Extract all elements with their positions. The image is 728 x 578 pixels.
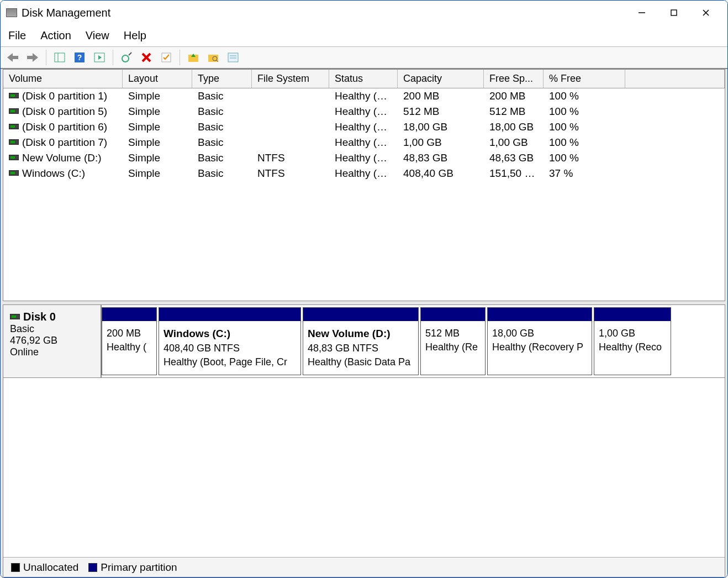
partition-size: 408,40 GB NTFS [163,343,240,354]
partition-title: Windows (C:) [163,328,230,339]
cell: Healthy (R... [329,119,398,135]
cell: 100 % [544,104,625,119]
partition-status: Healthy (Basic Data Pa [308,356,410,367]
legend: Unallocated Primary partition [3,557,725,577]
partition-size: 18,00 GB [492,328,534,339]
content-area: Volume Layout Type File System Status Ca… [1,69,727,577]
cell: Basic [192,166,252,181]
graphical-empty-area [3,378,725,557]
svg-text:?: ? [77,53,82,62]
col-volume[interactable]: Volume [3,70,123,88]
maximize-button[interactable] [658,3,690,23]
partition[interactable]: 1,00 GBHealthy (Reco [594,307,671,375]
show-hide-tree-button[interactable] [52,50,67,65]
cell: Basic [192,104,252,119]
cell: Simple [123,119,192,135]
cell: Basic [192,150,252,166]
col-filesystem[interactable]: File System [252,70,329,88]
table-row[interactable]: (Disk 0 partition 1)SimpleBasicHealthy (… [3,88,725,104]
partition[interactable]: 200 MBHealthy ( [102,307,157,375]
refresh-button[interactable] [119,50,134,65]
disk-status: Online [10,346,39,358]
partition-status: Healthy (Reco [599,341,662,353]
partition-stripe [488,308,592,321]
svg-rect-19 [208,55,218,62]
partition-size: 200 MB [107,328,141,339]
volume-icon [9,93,19,98]
menu-view[interactable]: View [86,29,109,42]
folder-search-icon[interactable] [205,50,221,65]
cell: 200 MB [398,88,484,104]
partition-status: Healthy (Recovery P [492,341,583,353]
cell: 37 % [544,166,625,181]
partition-size: 512 MB [425,328,460,339]
help-button[interactable]: ? [72,50,87,65]
cell: (Disk 0 partition 1) [3,88,123,104]
col-status[interactable]: Status [329,70,398,88]
partition[interactable]: 512 MBHealthy (Re [420,307,486,375]
partition-size: 48,83 GB NTFS [308,343,378,354]
partition-body: 18,00 GBHealthy (Recovery P [488,321,592,360]
partition-body: 1,00 GBHealthy (Reco [594,321,671,360]
settings-list-icon[interactable] [225,50,241,65]
col-type[interactable]: Type [192,70,252,88]
cell: 18,00 GB [484,119,544,135]
back-button[interactable] [5,50,20,65]
svg-marker-11 [98,55,102,60]
cell: Basic [192,135,252,150]
properties-button[interactable] [159,50,174,65]
partition-stripe [159,308,300,321]
partition-body: 512 MBHealthy (Re [421,321,485,360]
menu-action[interactable]: Action [40,29,71,42]
table-row[interactable]: (Disk 0 partition 6)SimpleBasicHealthy (… [3,119,725,135]
cell [252,104,329,119]
volume-list-body[interactable]: (Disk 0 partition 1)SimpleBasicHealthy (… [3,88,725,301]
delete-button[interactable] [139,50,154,65]
toolbar: ? [1,47,727,69]
partition[interactable]: 18,00 GBHealthy (Recovery P [487,307,592,375]
partition-stripe [303,308,418,321]
cell: 512 MB [398,104,484,119]
partition-stripe [421,308,485,321]
partition-size: 1,00 GB [599,328,635,339]
legend-unallocated: Unallocated [11,561,78,574]
disk-row[interactable]: Disk 0 Basic 476,92 GB Online 200 MBHeal… [3,305,725,378]
cell: New Volume (D:) [3,150,123,166]
volume-icon [9,108,19,114]
close-button[interactable] [690,3,722,23]
legend-primary: Primary partition [88,561,177,574]
disk-name: Disk 0 [23,311,56,323]
app-icon [6,8,17,17]
volume-icon [9,155,19,160]
partition[interactable]: New Volume (D:)48,83 GB NTFSHealthy (Bas… [303,307,419,375]
partition[interactable]: Windows (C:)408,40 GB NTFSHealthy (Boot,… [159,307,301,375]
col-free[interactable]: Free Sp... [484,70,544,88]
col-percent[interactable]: % Free [544,70,625,88]
action-pane-button[interactable] [92,50,107,65]
cell: 100 % [544,135,625,150]
cell [252,88,329,104]
svg-rect-1 [671,10,677,15]
cell: Healthy (E... [329,88,398,104]
cell: 408,40 GB [398,166,484,181]
table-row[interactable]: (Disk 0 partition 7)SimpleBasicHealthy (… [3,135,725,150]
col-capacity[interactable]: Capacity [398,70,484,88]
minimize-button[interactable] [626,3,658,23]
svg-rect-22 [228,53,238,62]
table-row[interactable]: New Volume (D:)SimpleBasicNTFSHealthy (B… [3,150,725,166]
table-row[interactable]: Windows (C:)SimpleBasicNTFSHealthy (B...… [3,166,725,181]
table-row[interactable]: (Disk 0 partition 5)SimpleBasicHealthy (… [3,104,725,119]
disk-label[interactable]: Disk 0 Basic 476,92 GB Online [3,305,102,377]
folder-up-icon[interactable] [186,50,201,65]
cell: (Disk 0 partition 5) [3,104,123,119]
volume-list-pane: Volume Layout Type File System Status Ca… [3,69,725,301]
menu-help[interactable]: Help [124,29,146,42]
volume-list-header: Volume Layout Type File System Status Ca… [3,70,725,88]
cell: NTFS [252,150,329,166]
cell: Healthy (R... [329,104,398,119]
col-layout[interactable]: Layout [123,70,192,88]
menu-file[interactable]: File [8,29,26,42]
svg-marker-5 [27,53,38,62]
menu-bar: File Action View Help [1,25,727,47]
forward-button[interactable] [25,50,40,65]
